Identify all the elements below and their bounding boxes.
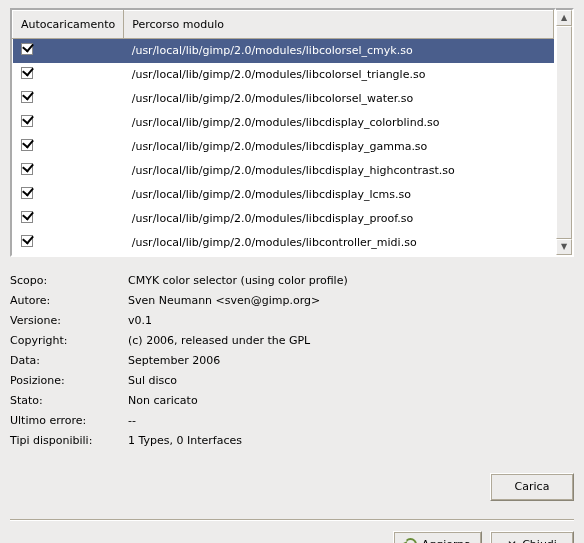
module-table-wrap: Autocaricamento Percorso modulo /usr/loc… [10, 8, 556, 257]
cell-autoload[interactable] [13, 207, 124, 231]
value-available-types: 1 Types, 0 Interfaces [128, 431, 242, 451]
table-row[interactable]: /usr/local/lib/gimp/2.0/modules/libcdisp… [13, 159, 554, 183]
cell-autoload[interactable] [13, 159, 124, 183]
autoload-checkbox[interactable] [21, 235, 33, 247]
cell-path[interactable]: /usr/local/lib/gimp/2.0/modules/libcdisp… [124, 183, 554, 207]
vertical-scrollbar[interactable]: ▲ ▼ [556, 8, 574, 257]
cell-autoload[interactable] [13, 39, 124, 63]
refresh-button-label: Aggiorna [422, 538, 471, 543]
label-last-error: Ultimo errore: [10, 411, 128, 431]
autoload-checkbox[interactable] [21, 115, 33, 127]
separator [10, 519, 574, 521]
table-row[interactable]: /usr/local/lib/gimp/2.0/modules/libcolor… [13, 63, 554, 87]
autoload-checkbox[interactable] [21, 139, 33, 151]
header-autoload[interactable]: Autocaricamento [13, 11, 124, 39]
cell-autoload[interactable] [13, 111, 124, 135]
label-author: Autore: [10, 291, 128, 311]
close-icon: ✕ [507, 538, 517, 544]
value-copyright: (c) 2006, released under the GPL [128, 331, 310, 351]
load-button[interactable]: Carica [490, 473, 574, 501]
autoload-checkbox[interactable] [21, 67, 33, 79]
cell-autoload[interactable] [13, 63, 124, 87]
value-position: Sul disco [128, 371, 177, 391]
scroll-track[interactable] [556, 26, 572, 239]
autoload-checkbox[interactable] [21, 163, 33, 175]
module-manager-window: Autocaricamento Percorso modulo /usr/loc… [0, 0, 584, 543]
scroll-thumb[interactable] [556, 26, 572, 239]
table-row[interactable]: /usr/local/lib/gimp/2.0/modules/libcolor… [13, 39, 554, 63]
cell-path[interactable]: /usr/local/lib/gimp/2.0/modules/libcolor… [124, 87, 554, 111]
table-row[interactable]: /usr/local/lib/gimp/2.0/modules/libcdisp… [13, 207, 554, 231]
value-state: Non caricato [128, 391, 198, 411]
value-author: Sven Neumann <sven@gimp.org> [128, 291, 320, 311]
value-date: September 2006 [128, 351, 220, 371]
value-version: v0.1 [128, 311, 152, 331]
cell-path[interactable]: /usr/local/lib/gimp/2.0/modules/libcdisp… [124, 135, 554, 159]
table-row[interactable]: /usr/local/lib/gimp/2.0/modules/libcdisp… [13, 183, 554, 207]
scroll-up-button[interactable]: ▲ [556, 10, 572, 26]
label-copyright: Copyright: [10, 331, 128, 351]
module-details: Scopo:CMYK color selector (using color p… [10, 271, 574, 451]
autoload-checkbox[interactable] [21, 187, 33, 199]
cell-autoload[interactable] [13, 87, 124, 111]
close-button[interactable]: ✕ Chiudi [490, 531, 574, 544]
close-button-label: Chiudi [522, 538, 557, 543]
table-row[interactable]: /usr/local/lib/gimp/2.0/modules/libcdisp… [13, 135, 554, 159]
module-table: Autocaricamento Percorso modulo /usr/loc… [12, 10, 554, 255]
cell-path[interactable]: /usr/local/lib/gimp/2.0/modules/libcdisp… [124, 159, 554, 183]
header-path[interactable]: Percorso modulo [124, 11, 554, 39]
cell-path[interactable]: /usr/local/lib/gimp/2.0/modules/libcontr… [124, 231, 554, 255]
refresh-icon [404, 538, 417, 543]
label-available-types: Tipi disponibili: [10, 431, 128, 451]
cell-autoload[interactable] [13, 183, 124, 207]
table-row[interactable]: /usr/local/lib/gimp/2.0/modules/libcolor… [13, 87, 554, 111]
cell-autoload[interactable] [13, 231, 124, 255]
cell-path[interactable]: /usr/local/lib/gimp/2.0/modules/libcdisp… [124, 111, 554, 135]
autoload-checkbox[interactable] [21, 91, 33, 103]
value-purpose: CMYK color selector (using color profile… [128, 271, 348, 291]
label-position: Posizione: [10, 371, 128, 391]
label-version: Versione: [10, 311, 128, 331]
refresh-button[interactable]: Aggiorna [393, 531, 482, 544]
label-purpose: Scopo: [10, 271, 128, 291]
label-date: Data: [10, 351, 128, 371]
table-row[interactable]: /usr/local/lib/gimp/2.0/modules/libcdisp… [13, 111, 554, 135]
cell-autoload[interactable] [13, 135, 124, 159]
scroll-down-button[interactable]: ▼ [556, 239, 572, 255]
table-row[interactable]: /usr/local/lib/gimp/2.0/modules/libcontr… [13, 231, 554, 255]
autoload-checkbox[interactable] [21, 211, 33, 223]
autoload-checkbox[interactable] [21, 43, 33, 55]
load-button-label: Carica [515, 480, 550, 493]
cell-path[interactable]: /usr/local/lib/gimp/2.0/modules/libcdisp… [124, 207, 554, 231]
module-table-area: Autocaricamento Percorso modulo /usr/loc… [10, 8, 574, 257]
value-last-error: -- [128, 411, 136, 431]
cell-path[interactable]: /usr/local/lib/gimp/2.0/modules/libcolor… [124, 39, 554, 63]
cell-path[interactable]: /usr/local/lib/gimp/2.0/modules/libcolor… [124, 63, 554, 87]
label-state: Stato: [10, 391, 128, 411]
